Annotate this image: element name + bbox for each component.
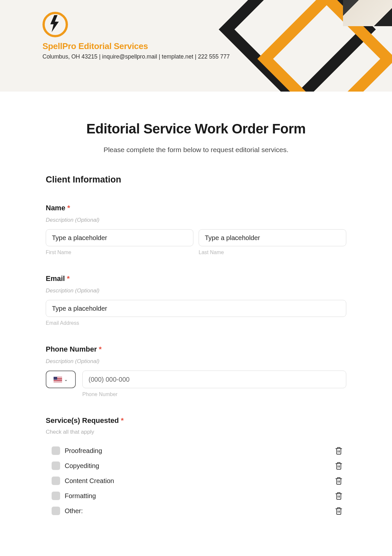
service-option-label: Proofreading [65,447,330,455]
service-option: Copyediting [46,458,346,473]
form-subtitle: Please complete the form below to reques… [46,146,346,154]
service-option: Content Creation [46,473,346,488]
trash-icon[interactable] [335,492,343,500]
required-marker: * [99,345,102,353]
pen-lightning-icon [48,14,63,33]
header-photo [343,0,392,26]
first-name-sublabel: First Name [46,250,193,255]
services-label-text: Service(s) Requested [46,416,119,425]
email-description-hint[interactable]: Description (Optional) [46,287,346,294]
field-name: Name * Description (Optional) First Name… [46,204,346,255]
chevron-down-icon: ⌄ [64,377,68,382]
service-option: Proofreading [46,443,346,458]
required-marker: * [121,416,124,425]
email-input[interactable] [46,300,346,317]
services-checklist: Proofreading Copyediting Content Creatio… [46,443,346,518]
trash-icon[interactable] [335,446,343,455]
trash-icon[interactable] [335,461,343,470]
phone-description-hint[interactable]: Description (Optional) [46,358,346,365]
phone-label-text: Phone Number [46,345,97,353]
email-label: Email * [46,274,346,283]
field-email: Email * Description (Optional) Email Add… [46,274,346,326]
last-name-sublabel: Last Name [199,250,346,255]
phone-input[interactable] [82,371,346,388]
email-label-text: Email [46,274,65,283]
services-hint: Check all that apply [46,429,346,435]
phone-sublabel: Phone Number [82,391,346,397]
trash-icon[interactable] [335,507,343,515]
required-marker: * [67,204,70,212]
services-label: Service(s) Requested * [46,416,346,425]
company-logo [42,12,68,37]
service-option: Other: [46,503,346,518]
section-client-information: Client Information [46,175,346,185]
page-header: SpellPro Editorial Services Columbus, OH… [0,0,392,92]
header-decoration [229,0,392,92]
field-services: Service(s) Requested * Check all that ap… [46,416,346,518]
checkbox-copyediting[interactable] [52,461,60,470]
service-option-label: Formatting [65,492,330,500]
name-label: Name * [46,204,346,212]
service-option-label: Other: [65,507,330,515]
checkbox-content-creation[interactable] [52,477,60,485]
first-name-input[interactable] [46,229,193,246]
email-sublabel: Email Address [46,320,346,326]
name-label-text: Name [46,204,65,212]
checkbox-formatting[interactable] [52,492,60,500]
trash-icon[interactable] [335,477,343,485]
form-content: Editorial Service Work Order Form Please… [46,92,346,531]
checkbox-proofreading[interactable] [52,446,60,455]
field-phone: Phone Number * Description (Optional) ⌄ … [46,345,346,397]
form-title: Editorial Service Work Order Form [46,121,346,137]
name-description-hint[interactable]: Description (Optional) [46,217,346,223]
service-option: Formatting [46,488,346,503]
flag-us-icon [54,377,62,382]
service-option-label: Content Creation [65,477,330,485]
service-option-label: Copyediting [65,462,330,470]
phone-label: Phone Number * [46,345,346,354]
last-name-input[interactable] [199,229,346,246]
country-code-select[interactable]: ⌄ [46,371,76,388]
required-marker: * [67,274,70,283]
checkbox-other[interactable] [52,507,60,515]
